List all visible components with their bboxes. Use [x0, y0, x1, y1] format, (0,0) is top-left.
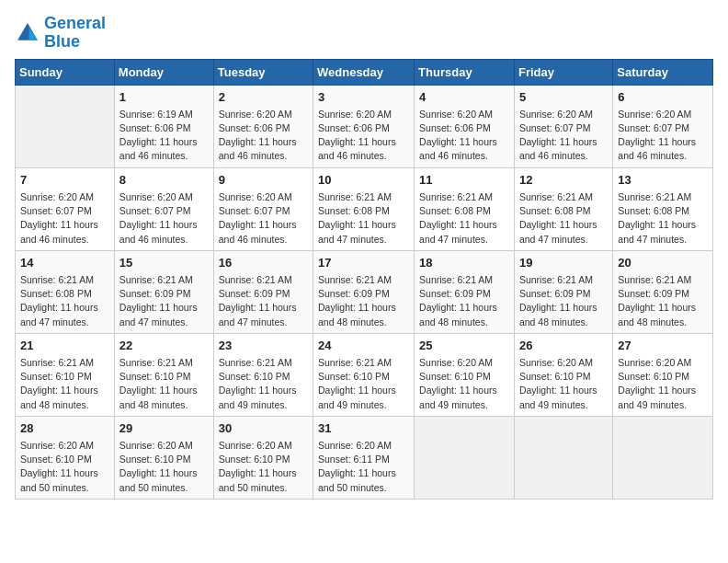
day-number: 10: [318, 172, 409, 189]
day-info: Sunrise: 6:20 AM Sunset: 6:10 PM Dayligh…: [618, 356, 708, 412]
day-number: 15: [119, 255, 209, 271]
day-number: 19: [519, 255, 608, 271]
logo-icon: [15, 20, 40, 46]
day-number: 9: [219, 172, 308, 189]
day-info: Sunrise: 6:20 AM Sunset: 6:07 PM Dayligh…: [219, 190, 308, 247]
day-cell: [613, 416, 713, 499]
day-number: 27: [618, 338, 708, 354]
day-info: Sunrise: 6:20 AM Sunset: 6:07 PM Dayligh…: [119, 190, 209, 247]
svg-marker-1: [29, 28, 38, 40]
header-cell-friday: Friday: [514, 59, 612, 85]
day-number: 11: [419, 172, 509, 189]
day-info: Sunrise: 6:20 AM Sunset: 6:10 PM Dayligh…: [20, 439, 109, 495]
day-info: Sunrise: 6:20 AM Sunset: 6:07 PM Dayligh…: [618, 108, 708, 164]
header-cell-sunday: Sunday: [16, 59, 115, 85]
calendar-header-row: SundayMondayTuesdayWednesdayThursdayFrid…: [16, 59, 713, 85]
day-info: Sunrise: 6:21 AM Sunset: 6:08 PM Dayligh…: [318, 190, 409, 247]
day-number: 2: [219, 89, 308, 106]
day-cell: 18Sunrise: 6:21 AM Sunset: 6:09 PM Dayli…: [415, 250, 515, 333]
day-info: Sunrise: 6:21 AM Sunset: 6:08 PM Dayligh…: [419, 190, 509, 247]
header-cell-saturday: Saturday: [613, 59, 713, 85]
day-number: 8: [119, 172, 209, 189]
day-cell: 23Sunrise: 6:21 AM Sunset: 6:10 PM Dayli…: [213, 333, 313, 416]
day-number: 30: [219, 420, 308, 437]
day-number: 16: [219, 255, 308, 271]
day-cell: 3Sunrise: 6:20 AM Sunset: 6:06 PM Daylig…: [313, 85, 415, 167]
day-cell: 21Sunrise: 6:21 AM Sunset: 6:10 PM Dayli…: [16, 333, 115, 416]
day-cell: 16Sunrise: 6:21 AM Sunset: 6:09 PM Dayli…: [213, 250, 313, 333]
day-number: 14: [20, 255, 109, 271]
day-cell: [514, 416, 612, 499]
day-number: 29: [119, 420, 209, 437]
day-number: 13: [618, 172, 708, 189]
day-number: 22: [119, 338, 209, 354]
day-cell: 5Sunrise: 6:20 AM Sunset: 6:07 PM Daylig…: [514, 85, 612, 167]
day-number: 12: [519, 172, 608, 189]
header-cell-wednesday: Wednesday: [313, 59, 415, 85]
day-info: Sunrise: 6:20 AM Sunset: 6:06 PM Dayligh…: [419, 108, 509, 164]
day-info: Sunrise: 6:20 AM Sunset: 6:07 PM Dayligh…: [519, 108, 608, 164]
day-cell: 31Sunrise: 6:20 AM Sunset: 6:11 PM Dayli…: [313, 416, 415, 499]
day-cell: 10Sunrise: 6:21 AM Sunset: 6:08 PM Dayli…: [313, 167, 415, 250]
day-cell: 20Sunrise: 6:21 AM Sunset: 6:09 PM Dayli…: [613, 250, 713, 333]
day-cell: 27Sunrise: 6:20 AM Sunset: 6:10 PM Dayli…: [613, 333, 713, 416]
day-number: 17: [318, 255, 409, 271]
day-info: Sunrise: 6:20 AM Sunset: 6:10 PM Dayligh…: [519, 356, 608, 412]
day-cell: 22Sunrise: 6:21 AM Sunset: 6:10 PM Dayli…: [114, 333, 213, 416]
day-info: Sunrise: 6:20 AM Sunset: 6:10 PM Dayligh…: [119, 439, 209, 495]
day-cell: 29Sunrise: 6:20 AM Sunset: 6:10 PM Dayli…: [114, 416, 213, 499]
day-number: 24: [318, 338, 409, 354]
day-info: Sunrise: 6:20 AM Sunset: 6:10 PM Dayligh…: [419, 356, 509, 412]
day-info: Sunrise: 6:21 AM Sunset: 6:08 PM Dayligh…: [20, 273, 109, 329]
day-cell: 2Sunrise: 6:20 AM Sunset: 6:06 PM Daylig…: [213, 85, 313, 167]
day-cell: 6Sunrise: 6:20 AM Sunset: 6:07 PM Daylig…: [613, 85, 713, 167]
day-info: Sunrise: 6:21 AM Sunset: 6:10 PM Dayligh…: [20, 356, 109, 412]
page-header: General Blue: [15, 15, 713, 52]
day-info: Sunrise: 6:21 AM Sunset: 6:09 PM Dayligh…: [318, 273, 409, 329]
day-cell: 25Sunrise: 6:20 AM Sunset: 6:10 PM Dayli…: [415, 333, 515, 416]
day-info: Sunrise: 6:21 AM Sunset: 6:09 PM Dayligh…: [419, 273, 509, 329]
day-info: Sunrise: 6:20 AM Sunset: 6:06 PM Dayligh…: [318, 108, 409, 164]
day-cell: 24Sunrise: 6:21 AM Sunset: 6:10 PM Dayli…: [313, 333, 415, 416]
day-cell: 30Sunrise: 6:20 AM Sunset: 6:10 PM Dayli…: [213, 416, 313, 499]
day-cell: 8Sunrise: 6:20 AM Sunset: 6:07 PM Daylig…: [114, 167, 213, 250]
header-cell-tuesday: Tuesday: [213, 59, 313, 85]
day-number: 18: [419, 255, 509, 271]
day-info: Sunrise: 6:21 AM Sunset: 6:10 PM Dayligh…: [318, 356, 409, 412]
day-number: 28: [20, 420, 109, 437]
day-info: Sunrise: 6:21 AM Sunset: 6:10 PM Dayligh…: [119, 356, 209, 412]
day-cell: [16, 85, 115, 167]
day-info: Sunrise: 6:20 AM Sunset: 6:10 PM Dayligh…: [219, 439, 308, 495]
day-cell: 11Sunrise: 6:21 AM Sunset: 6:08 PM Dayli…: [415, 167, 515, 250]
day-cell: 14Sunrise: 6:21 AM Sunset: 6:08 PM Dayli…: [16, 250, 115, 333]
day-info: Sunrise: 6:21 AM Sunset: 6:08 PM Dayligh…: [618, 190, 708, 247]
day-number: 4: [419, 89, 509, 106]
day-number: 26: [519, 338, 608, 354]
day-cell: 1Sunrise: 6:19 AM Sunset: 6:06 PM Daylig…: [114, 85, 213, 167]
day-cell: 28Sunrise: 6:20 AM Sunset: 6:10 PM Dayli…: [16, 416, 115, 499]
day-cell: 7Sunrise: 6:20 AM Sunset: 6:07 PM Daylig…: [16, 167, 115, 250]
day-cell: 26Sunrise: 6:20 AM Sunset: 6:10 PM Dayli…: [514, 333, 612, 416]
day-cell: 12Sunrise: 6:21 AM Sunset: 6:08 PM Dayli…: [514, 167, 612, 250]
day-info: Sunrise: 6:21 AM Sunset: 6:10 PM Dayligh…: [219, 356, 308, 412]
calendar-table: SundayMondayTuesdayWednesdayThursdayFrid…: [15, 59, 713, 500]
week-row-4: 21Sunrise: 6:21 AM Sunset: 6:10 PM Dayli…: [16, 333, 713, 416]
header-cell-monday: Monday: [114, 59, 213, 85]
week-row-3: 14Sunrise: 6:21 AM Sunset: 6:08 PM Dayli…: [16, 250, 713, 333]
day-info: Sunrise: 6:20 AM Sunset: 6:07 PM Dayligh…: [20, 190, 109, 247]
day-cell: 19Sunrise: 6:21 AM Sunset: 6:09 PM Dayli…: [514, 250, 612, 333]
day-info: Sunrise: 6:21 AM Sunset: 6:09 PM Dayligh…: [219, 273, 308, 329]
calendar-body: 1Sunrise: 6:19 AM Sunset: 6:06 PM Daylig…: [16, 85, 713, 499]
day-number: 3: [318, 89, 409, 106]
logo: General Blue: [15, 15, 106, 52]
day-info: Sunrise: 6:19 AM Sunset: 6:06 PM Dayligh…: [119, 108, 209, 164]
week-row-5: 28Sunrise: 6:20 AM Sunset: 6:10 PM Dayli…: [16, 416, 713, 499]
day-number: 21: [20, 338, 109, 354]
logo-text: General Blue: [44, 15, 106, 52]
day-cell: [415, 416, 515, 499]
day-cell: 9Sunrise: 6:20 AM Sunset: 6:07 PM Daylig…: [213, 167, 313, 250]
day-number: 6: [618, 89, 708, 106]
day-cell: 13Sunrise: 6:21 AM Sunset: 6:08 PM Dayli…: [613, 167, 713, 250]
day-info: Sunrise: 6:21 AM Sunset: 6:09 PM Dayligh…: [618, 273, 708, 329]
day-info: Sunrise: 6:20 AM Sunset: 6:11 PM Dayligh…: [318, 439, 409, 495]
